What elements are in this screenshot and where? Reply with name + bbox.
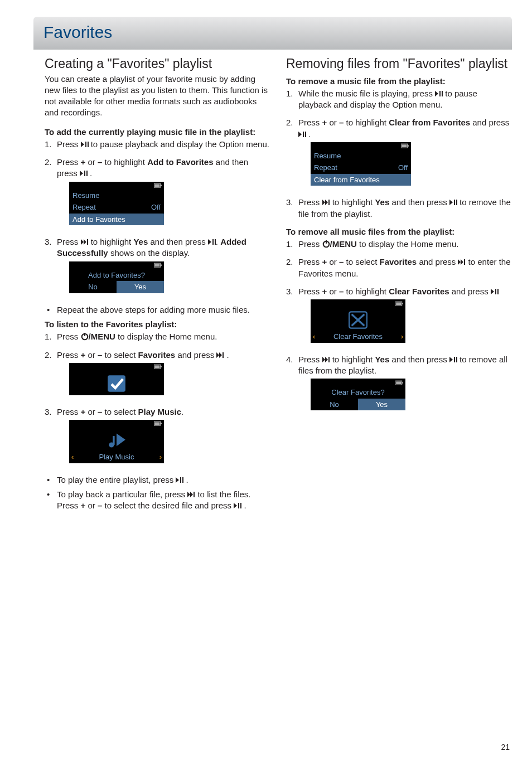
- battery-icon: [154, 262, 162, 269]
- menu-item-highlighted: Add to Favorites: [72, 215, 125, 225]
- left-heading: Creating a "Favorites" playlist: [45, 55, 270, 72]
- bullet-text: Repeat the above steps for adding more m…: [57, 304, 270, 316]
- favorites-check-icon: [104, 374, 129, 393]
- battery-icon: [154, 420, 162, 427]
- device-screen-confirm-add: Add to Favorites? NoYes: [69, 261, 164, 293]
- step-text: Press + or – to select Favorites and pre…: [298, 256, 512, 279]
- right-steps-2: 1. Press /MENU to display the Home menu.…: [286, 239, 512, 415]
- device-screen-add-menu: Resume RepeatOff Add to Favorites: [69, 182, 164, 226]
- chevron-right-icon: ›: [401, 332, 403, 342]
- left-subhead-2: To listen to the Favorites playlist:: [45, 319, 270, 330]
- step-text: While the music file is playing, press t…: [298, 88, 512, 111]
- menu-item-highlighted: Clear from Favorites: [314, 175, 380, 185]
- step-number: 1.: [45, 331, 57, 342]
- left-column: Creating a "Favorites" playlist You can …: [45, 55, 270, 515]
- right-steps-1: 1. While the music file is playing, pres…: [286, 88, 512, 220]
- step-text: Press to pause playback and display the …: [57, 139, 270, 150]
- step-number: 3.: [45, 236, 57, 298]
- left-steps-1: 1. Press to pause playback and display t…: [45, 139, 270, 298]
- play-pause-icon: [208, 239, 216, 245]
- battery-icon: [395, 300, 403, 307]
- chevron-left-icon: ‹: [71, 452, 74, 462]
- step-number: 1.: [286, 239, 298, 250]
- step-text: Press + or – to select Play Music. ‹Play…: [57, 406, 270, 468]
- step-number: 1.: [45, 139, 57, 150]
- step-number: 2.: [286, 256, 298, 279]
- prompt-text: Add to Favorites?: [88, 270, 145, 280]
- next-icon: [322, 199, 330, 206]
- device-screen-confirm-clear: Clear Favorites? NoYes: [311, 379, 405, 410]
- left-steps-2: 1. Press /MENU to display the Home menu.…: [45, 331, 270, 467]
- step-text: Press + or – to highlight Clear Favorite…: [298, 286, 512, 347]
- step-number: 3.: [286, 197, 298, 220]
- menu-item: Resume: [314, 151, 341, 161]
- left-subhead-1: To add the currently playing music file …: [45, 127, 270, 138]
- battery-icon: [154, 363, 162, 370]
- power-icon: [81, 333, 89, 340]
- nav-label: Play Music: [99, 452, 134, 462]
- svg-rect-7: [113, 436, 114, 445]
- right-subhead-1: To remove a music file from the playlist…: [286, 76, 512, 87]
- option-yes: Yes: [358, 399, 405, 411]
- step-text: Press + or – to highlight Add to Favorit…: [57, 157, 270, 230]
- right-column: Removing files from "Favorites" playlist…: [286, 55, 512, 515]
- page-number: 21: [501, 742, 510, 753]
- step-number: 2.: [45, 350, 57, 400]
- next-icon: [322, 356, 330, 363]
- step-number: 2.: [45, 157, 57, 230]
- left-bullets-2: •To play the entire playlist, press . •T…: [45, 474, 270, 512]
- next-icon: [216, 352, 224, 358]
- step-number: 3.: [45, 406, 57, 468]
- step-number: 2.: [286, 117, 298, 190]
- next-icon: [187, 491, 195, 498]
- step-text: Press to highlight Yes and then press to…: [298, 354, 512, 415]
- play-pause-icon: [176, 477, 183, 483]
- play-pause-icon: [81, 141, 89, 148]
- step-text: Press + or – to select Favorites and pre…: [57, 350, 270, 400]
- svg-rect-5: [108, 375, 125, 391]
- battery-icon: [395, 379, 403, 386]
- option-yes: Yes: [117, 281, 164, 293]
- play-pause-icon: [449, 356, 457, 363]
- chevron-right-icon: ›: [159, 452, 162, 462]
- bullet-icon: •: [45, 474, 57, 486]
- left-intro: You can create a playlist of your favori…: [45, 74, 270, 119]
- step-text: Press /MENU to display the Home menu.: [57, 331, 270, 342]
- device-screen-favorites-home: [69, 363, 164, 395]
- nav-label: Clear Favorites: [333, 332, 383, 342]
- play-pause-icon: [491, 288, 499, 295]
- section-header-band: Favorites: [33, 17, 512, 50]
- clear-favorites-x-icon: [345, 311, 371, 329]
- menu-item: Repeat: [314, 163, 337, 173]
- play-pause-icon: [234, 502, 241, 509]
- option-no: No: [69, 281, 117, 293]
- right-subhead-2: To remove all music files from the playl…: [286, 226, 512, 237]
- menu-value: Off: [398, 163, 408, 173]
- step-text: Press /MENU to display the Home menu.: [298, 239, 512, 250]
- step-number: 4.: [286, 354, 298, 415]
- right-heading: Removing files from "Favorites" playlist: [286, 55, 512, 72]
- device-screen-play-music: ‹Play Music›: [69, 420, 164, 463]
- play-pause-icon: [298, 131, 306, 138]
- option-no: No: [311, 399, 358, 411]
- step-text: Press to highlight Yes and then press to…: [298, 197, 512, 220]
- menu-item: Resume: [72, 191, 99, 201]
- next-icon: [81, 239, 89, 245]
- bullet-text: To play back a particular file, press to…: [57, 489, 270, 512]
- device-screen-clear-menu: Resume RepeatOff Clear from Favorites: [311, 142, 411, 186]
- play-pause-icon: [449, 199, 457, 206]
- next-icon: [458, 259, 466, 265]
- step-text: Press to highlight Yes and then press . …: [57, 236, 270, 298]
- prompt-text: Clear Favorites?: [331, 387, 384, 397]
- menu-item: Repeat: [72, 202, 96, 212]
- bullet-icon: •: [45, 304, 57, 316]
- play-music-icon: [104, 431, 129, 450]
- device-screen-clear-favorites: ‹Clear Favorites›: [311, 299, 405, 343]
- menu-value: Off: [151, 202, 161, 212]
- step-text: Press + or – to highlight Clear from Fav…: [298, 117, 512, 190]
- play-pause-icon: [435, 90, 443, 97]
- battery-icon: [401, 143, 409, 149]
- bullet-text: To play the entire playlist, press .: [57, 474, 270, 486]
- step-number: 1.: [286, 88, 298, 111]
- play-pause-icon: [80, 170, 88, 177]
